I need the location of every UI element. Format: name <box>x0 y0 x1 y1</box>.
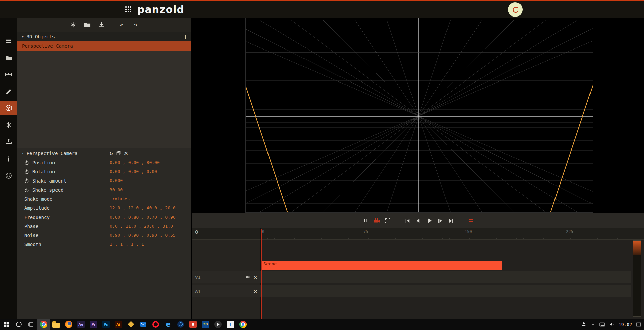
edit-icon[interactable] <box>0 85 17 99</box>
info-icon[interactable] <box>0 152 17 166</box>
properties-title: Perspective Camera <box>27 151 78 156</box>
app-icon-illustrator[interactable]: Ai <box>112 319 124 330</box>
playhead[interactable] <box>261 229 262 319</box>
play-button[interactable] <box>426 217 433 224</box>
object-item-perspective-camera[interactable]: Perspective Camera <box>17 41 191 51</box>
app-logo[interactable]: panzoid <box>137 4 184 15</box>
next-frame-button[interactable] <box>437 218 443 224</box>
track-head-v1[interactable]: V1 × <box>192 271 261 283</box>
property-value[interactable]: 0.60 , 0.80 , 0.70 , 0.90 <box>110 214 176 220</box>
app-icon-edge[interactable]: e <box>162 319 174 330</box>
clock[interactable]: 19:02 <box>619 322 632 327</box>
skip-end-button[interactable] <box>448 218 454 224</box>
property-value[interactable]: 1 , 1 , 1 , 1 <box>110 242 144 247</box>
close-icon[interactable]: × <box>254 274 257 280</box>
app-icon-unknown-red[interactable] <box>187 319 199 330</box>
app-icon-premiere[interactable]: Pr <box>87 319 100 330</box>
feedback-icon[interactable] <box>0 169 17 183</box>
keyframe-stopwatch-icon[interactable] <box>24 160 29 165</box>
collapse-caret-icon[interactable]: ▾ <box>22 151 24 155</box>
open-project-button[interactable] <box>83 21 92 29</box>
app-icon-after-effects[interactable]: Ae <box>75 319 87 330</box>
close-icon[interactable]: × <box>124 150 128 156</box>
topbar: panzoid <box>0 1 644 18</box>
new-project-button[interactable] <box>69 21 77 29</box>
ruler-tick: 150 <box>465 229 472 234</box>
loop-button[interactable] <box>468 217 474 224</box>
app-icon-zd[interactable]: ZD <box>199 319 212 330</box>
task-view-button[interactable] <box>25 319 37 330</box>
skip-start-button[interactable] <box>404 218 411 224</box>
property-value[interactable]: 0.00 , 0.00 , 80.00 <box>110 160 160 165</box>
app-icon-media-player[interactable] <box>174 319 187 330</box>
property-value[interactable]: 0.90 , 0.90 , 0.90 , 0.55 <box>110 233 176 238</box>
left-panel: ↶ ↷ ▾ 3D Objects + Perspective Camera ▾ … <box>17 18 192 319</box>
start-button[interactable] <box>0 319 12 330</box>
prop-row-frequency: Frequency 0.60 , 0.80 , 0.70 , 0.90 <box>17 212 191 222</box>
files-icon[interactable] <box>0 51 17 65</box>
avatar[interactable] <box>508 2 523 17</box>
shake-mode-dropdown[interactable]: rotate ▾ <box>110 196 133 202</box>
viewport-3d[interactable] <box>192 18 644 213</box>
collapse-caret-icon[interactable]: ▾ <box>22 35 24 39</box>
speaker-icon[interactable] <box>609 322 615 327</box>
playback-bar <box>192 213 644 228</box>
loop-region-indicator <box>261 239 502 239</box>
app-icon-chrome[interactable] <box>37 319 50 330</box>
keyframe-stopwatch-icon[interactable] <box>24 178 29 183</box>
property-value[interactable]: 30.00 <box>110 187 123 192</box>
people-icon[interactable] <box>581 322 586 327</box>
timeline-body: V1 × A1 × <box>192 240 644 319</box>
menu-icon[interactable] <box>0 34 17 48</box>
apps-grid-icon[interactable] <box>125 6 131 12</box>
visibility-icon[interactable] <box>245 275 250 279</box>
app-icon-file-explorer[interactable] <box>50 319 62 330</box>
property-value[interactable]: 0.0 , 11.0 , 20.0 , 31.0 <box>110 224 173 229</box>
search-button[interactable] <box>12 319 25 330</box>
timeline-ruler[interactable]: 0 75 150 225 <box>261 228 644 240</box>
app-icon-firefox[interactable] <box>62 319 75 330</box>
save-project-button[interactable] <box>98 21 106 29</box>
prop-row-noise: Noise 0.90 , 0.90 , 0.90 , 0.55 <box>17 231 191 240</box>
objects-3d-icon[interactable] <box>0 101 17 115</box>
frame-region-button[interactable] <box>385 218 391 224</box>
chevron-down-icon: ▾ <box>129 197 130 201</box>
app-icon-t[interactable]: T <box>224 319 237 330</box>
duplicate-icon[interactable] <box>116 151 121 156</box>
track-head-a1[interactable]: A1 × <box>192 285 261 297</box>
app-icon-player[interactable] <box>212 319 224 330</box>
timeline-scrollbar[interactable] <box>633 240 641 317</box>
prop-row-smooth: Smooth 1 , 1 , 1 , 1 <box>17 240 191 249</box>
app-icon-photoshop[interactable]: Ps <box>100 319 112 330</box>
prev-frame-button[interactable] <box>415 218 422 224</box>
app-icon-opera[interactable] <box>149 319 162 330</box>
frustum-line-right <box>550 85 593 213</box>
notification-icon[interactable] <box>636 322 641 327</box>
redo-button[interactable]: ↷ <box>132 21 140 29</box>
properties-header: ▾ Perspective Camera ↻ × <box>17 148 191 158</box>
keyframe-stopwatch-icon[interactable] <box>24 169 29 174</box>
app-icon-chrome-2[interactable] <box>237 319 249 330</box>
close-icon[interactable]: × <box>254 288 257 295</box>
reset-icon[interactable]: ↻ <box>110 151 113 156</box>
property-label: Amplitude <box>24 205 50 211</box>
export-icon[interactable] <box>0 135 17 149</box>
keyframe-stopwatch-icon[interactable] <box>24 188 29 192</box>
property-value[interactable]: 12.0 , 12.0 , 40.0 , 20.0 <box>110 205 176 210</box>
input-indicator-icon[interactable] <box>599 322 605 327</box>
chevron-up-icon[interactable] <box>591 322 595 326</box>
app-icon-unknown-amber[interactable] <box>124 319 137 330</box>
property-value[interactable]: 0.000 <box>110 178 123 183</box>
record-button[interactable] <box>373 217 380 224</box>
add-object-button[interactable]: + <box>184 33 187 40</box>
pause-button[interactable] <box>362 217 369 224</box>
ruler-tick: 0 <box>262 229 264 234</box>
taskbar: Ae Pr Ps Ai e ZD T 19:02 <box>0 319 644 330</box>
clip-scene[interactable]: Scene <box>261 261 502 270</box>
app-icon-mail[interactable] <box>137 319 149 330</box>
undo-button[interactable]: ↶ <box>118 21 126 29</box>
effects-icon[interactable] <box>0 118 17 132</box>
keyframes-icon[interactable] <box>0 67 17 81</box>
property-value[interactable]: 0.00 , 0.00 , 0.00 <box>110 169 157 174</box>
prop-row-position: Position 0.00 , 0.00 , 80.00 <box>17 158 191 167</box>
